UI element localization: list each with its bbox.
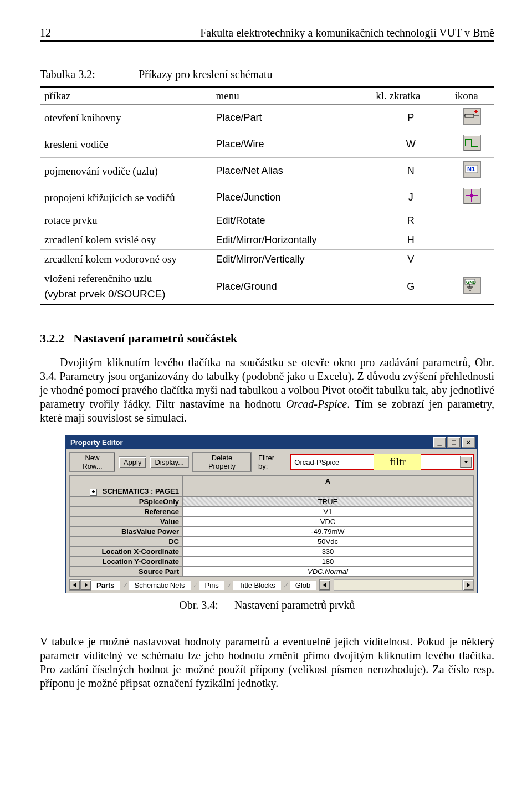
delete-property-button[interactable]: Delete Property [192,452,252,472]
table-row: rotace prvkuEdit/RotateR [40,211,494,230]
cell-zkratka: W [371,131,450,158]
cell-menu: Place/Ground [212,269,372,305]
grid-row[interactable]: Location Y-Coordinate180 [70,557,473,567]
ground-icon: GND [463,277,481,294]
grid-row[interactable]: Source PartVDC.Normal [70,567,473,577]
tab-pins[interactable]: Pins [200,581,224,590]
cell-ikona [450,250,494,269]
cell-ikona: N1 [450,158,494,184]
schematic-page-row[interactable]: + SCHEMATIC3 : PAGE1 [70,486,183,497]
filter-by-combo[interactable]: Orcad-PSpice filtr [290,454,474,470]
hscroll-left-button[interactable] [319,579,330,591]
tab-title-blocks[interactable]: Title Blocks [233,581,281,590]
cell-menu: Place/Net Alias [212,158,372,184]
grid-row-label[interactable]: Reference [70,507,183,517]
wire-icon [463,135,481,151]
table-row: kreslení vodičePlace/WireW [40,131,494,158]
grid-row[interactable]: Location X-Coordinate330 [70,547,473,557]
display-button[interactable]: Display... [150,456,189,468]
close-button[interactable]: × [462,437,475,448]
grid-row-label[interactable]: BiasValue Power [70,527,183,537]
property-editor-window: Property Editor _ □ × New Row... Apply D… [65,435,478,593]
table-caption: Tabulka 3.2: Příkazy pro kreslení schéma… [40,68,494,81]
grid-row-value[interactable]: VDC.Normal [183,567,473,577]
grid-row-value[interactable]: 50Vdc [183,537,473,547]
schematic-page-value [183,486,473,497]
grid-row[interactable]: ValueVDC [70,517,473,527]
cell-prikaz: rotace prvku [40,211,212,230]
apply-button[interactable]: Apply [119,456,147,468]
figure-text: Nastavení parametrů prvků [234,599,355,611]
new-row-button[interactable]: New Row... [69,452,115,472]
grid-row-label[interactable]: Location X-Coordinate [70,547,183,557]
cell-prikaz: zrcadlení kolem vodorovné osy [40,250,212,269]
figure-number: Obr. 3.4: [179,599,218,611]
grid-row-value[interactable]: -49.79mW [183,527,473,537]
tab-parts[interactable]: Parts [91,581,120,590]
cell-ikona [450,131,494,158]
grid-row-value[interactable]: TRUE [183,497,473,507]
property-grid[interactable]: A + SCHEMATIC3 : PAGE1 PSpiceOnlyTRUERef… [69,475,474,577]
scroll-right-button[interactable] [80,579,91,591]
cell-prikaz: kreslení vodiče [40,131,212,158]
grid-row-value[interactable]: 330 [183,547,473,557]
tab-schematic-nets[interactable]: Schematic Nets [129,581,191,590]
grid-row-label[interactable]: Value [70,517,183,527]
cell-prikaz: propojení křižujících se vodičů [40,184,212,211]
cell-menu: Place/Junction [212,184,372,211]
table-row: vložení referenčního uzlu(vybrat prvek 0… [40,269,494,305]
table-row: otevření knihovnyPlace/PartP [40,105,494,131]
horizontal-scrollbar[interactable] [334,579,463,591]
column-A-header[interactable]: A [183,476,473,486]
cell-ikona [450,105,494,131]
paragraph-1: Dvojitým kliknutím levého tlačítka na so… [40,356,494,425]
grid-row-value[interactable]: VDC [183,517,473,527]
paragraph-2: V tabulce je možné nastavovat hodnoty pa… [40,635,494,690]
page-title: Fakulta elektrotechniky a komunikačních … [200,27,494,39]
table-row: zrcadlení kolem svislé osyEdit/Mirror/Ho… [40,230,494,250]
cell-ikona [450,184,494,211]
cell-zkratka: G [371,269,450,305]
minimize-button[interactable]: _ [433,437,446,448]
figure-caption: Obr. 3.4: Nastavení parametrů prvků [40,599,494,612]
filter-by-label: Filter by: [258,454,285,470]
cell-zkratka: N [371,158,450,184]
row-header-cell[interactable] [70,476,183,486]
page-number: 12 [40,27,51,39]
cell-menu: Edit/Mirror/Horizontally [212,230,372,250]
svg-rect-0 [465,114,474,117]
grid-row[interactable]: PSpiceOnlyTRUE [70,497,473,507]
netalias-icon: N1 [463,161,481,178]
grid-row-label[interactable]: PSpiceOnly [70,497,183,507]
grid-row-value[interactable]: V1 [183,507,473,517]
cell-zkratka: J [371,184,450,211]
maximize-button[interactable]: □ [447,437,461,448]
cell-ikona: GND [450,269,494,305]
table-caption-text: Příkazy pro kreslení schématu [139,68,273,81]
svg-point-9 [470,194,473,197]
table-row: pojmenování vodiče (uzlu)Place/Net Alias… [40,158,494,184]
page-header: 12 Fakulta elektrotechniky a komunikační… [40,27,494,39]
grid-row-label[interactable]: DC [70,537,183,547]
grid-row[interactable]: BiasValue Power-49.79mW [70,527,473,537]
grid-row-label[interactable]: Location Y-Coordinate [70,557,183,567]
window-titlebar[interactable]: Property Editor _ □ × [66,435,477,449]
expand-icon[interactable]: + [90,489,97,496]
hscroll-right-button[interactable] [463,579,474,591]
header-rule [40,40,494,42]
scroll-left-button[interactable] [69,579,80,591]
section-title: Nastavení parametrů součástek [74,331,238,345]
col-prikaz: příkaz [40,87,212,105]
junction-icon [463,188,481,204]
chevron-down-icon[interactable] [460,456,472,468]
grid-row-value[interactable]: 180 [183,557,473,567]
cell-menu: Place/Wire [212,131,372,158]
col-ikona: ikona [450,87,494,105]
section-heading: 3.2.2 Nastavení parametrů součástek [40,331,494,346]
grid-row-label[interactable]: Source Part [70,567,183,577]
grid-row[interactable]: ReferenceV1 [70,507,473,517]
cell-zkratka: R [371,211,450,230]
col-menu: menu [212,87,372,105]
grid-row[interactable]: DC50Vdc [70,537,473,547]
tab-glob[interactable]: Glob [290,581,316,590]
